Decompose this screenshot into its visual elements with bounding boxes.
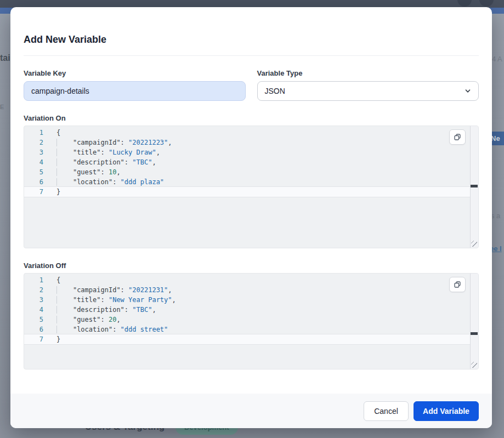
code-line[interactable]: 5 "guest": 20,: [24, 315, 478, 325]
code-line[interactable]: 1{: [24, 275, 478, 285]
scrollbar-cursor-annotation: [471, 332, 478, 335]
modal-title: Add New Variable: [24, 33, 479, 45]
code-line[interactable]: 7}: [24, 334, 478, 344]
line-number: 3: [24, 295, 48, 305]
code-line[interactable]: 3 "title": "Lucky Draw",: [24, 147, 478, 157]
variation-on-editor[interactable]: 1{2 "campaignId": "20221223",3 "title": …: [24, 126, 479, 248]
background-topbar: [0, 0, 504, 8]
code-line[interactable]: 3 "title": "New Year Party",: [24, 295, 478, 305]
copy-icon: [453, 280, 462, 289]
variable-key-field: Variable Key: [24, 69, 246, 101]
code-line[interactable]: 4 "description": "TBC",: [24, 157, 478, 167]
variation-off-editor[interactable]: 1{2 "campaignId": "20221231",3 "title": …: [24, 273, 479, 369]
line-number: 5: [24, 315, 48, 325]
line-number: 2: [24, 285, 48, 295]
add-variable-modal: Add New Variable Variable Key Variable T…: [10, 7, 492, 428]
code-line[interactable]: 1{: [24, 128, 478, 138]
copy-icon: [453, 133, 462, 141]
line-number: 7: [24, 187, 48, 197]
code-line[interactable]: 6 "location": "ddd plaza": [24, 177, 478, 187]
chevron-down-icon: [464, 87, 472, 95]
code-line[interactable]: 6 "location": "ddd street": [24, 325, 478, 334]
code-line-text: "guest": 20,: [48, 315, 121, 325]
line-number: 5: [24, 167, 48, 177]
code-line[interactable]: 2 "campaignId": "20221231",: [24, 285, 478, 295]
line-number: 7: [24, 334, 48, 344]
line-number: 1: [24, 128, 48, 138]
variable-key-input[interactable]: [24, 81, 246, 101]
variable-key-label: Variable Key: [24, 69, 246, 77]
background-text-fragment: s a: [491, 212, 500, 220]
variable-type-select[interactable]: JSON: [257, 81, 479, 101]
variable-type-field: Variable Type JSON: [257, 69, 479, 101]
avatar-icon: [479, 0, 494, 7]
code-line-text: }: [48, 187, 60, 197]
title-divider: [24, 55, 479, 56]
copy-button[interactable]: [449, 277, 466, 292]
screen: tai E 4 A Ne s a ee l Users & Targeting …: [0, 0, 504, 438]
variable-type-label: Variable Type: [257, 69, 479, 77]
variable-type-value: JSON: [265, 87, 285, 95]
background-date-fragment: 4 A: [492, 55, 502, 63]
code-area[interactable]: 1{2 "campaignId": "20221223",3 "title": …: [24, 126, 478, 197]
code-line-text: "guest": 10,: [48, 167, 121, 177]
variation-off-label: Variation Off: [24, 261, 479, 270]
code-line[interactable]: 5 "guest": 10,: [24, 167, 478, 177]
line-number: 4: [24, 305, 48, 315]
scrollbar-track[interactable]: [470, 126, 478, 248]
line-number: 6: [24, 177, 48, 187]
background-text-fragment: E: [0, 104, 4, 110]
variation-on-label: Variation On: [24, 114, 479, 122]
code-line-text: "campaignId": "20221223",: [48, 138, 172, 147]
scrollbar-track[interactable]: [470, 274, 478, 369]
form-row: Variable Key Variable Type JSON: [24, 69, 479, 101]
code-line-text: "title": "New Year Party",: [48, 295, 176, 305]
avatar-icon: [457, 0, 472, 7]
line-number: 6: [24, 325, 48, 334]
code-line-text: "campaignId": "20221231",: [48, 285, 172, 295]
code-line[interactable]: 2 "campaignId": "20221223",: [24, 138, 478, 147]
add-variable-button[interactable]: Add Variable: [414, 401, 479, 421]
line-number: 1: [24, 275, 48, 285]
modal-footer: Cancel Add Variable: [10, 394, 492, 428]
line-number: 4: [24, 157, 48, 167]
code-line-text: "description": "TBC",: [48, 157, 156, 167]
copy-button[interactable]: [449, 129, 466, 145]
code-line[interactable]: 7}: [24, 187, 478, 197]
code-line-text: "title": "Lucky Draw",: [48, 147, 160, 157]
code-line-text: "location": "ddd street": [48, 325, 168, 334]
scrollbar-cursor-annotation: [471, 185, 478, 187]
code-line-text: "description": "TBC",: [48, 305, 156, 315]
code-line[interactable]: 4 "description": "TBC",: [24, 305, 478, 315]
background-text-fragment: tai: [0, 53, 10, 63]
code-area[interactable]: 1{2 "campaignId": "20221231",3 "title": …: [24, 274, 478, 344]
code-line-text: }: [48, 334, 60, 344]
resize-handle[interactable]: [471, 241, 477, 247]
code-line-text: {: [48, 275, 60, 285]
line-number: 3: [24, 147, 48, 157]
line-number: 2: [24, 138, 48, 147]
code-line-text: {: [48, 128, 60, 138]
cancel-button[interactable]: Cancel: [364, 401, 409, 421]
code-line-text: "location": "ddd plaza": [48, 177, 164, 187]
modal-body: Add New Variable Variable Key Variable T…: [10, 7, 492, 369]
resize-handle[interactable]: [471, 362, 477, 368]
